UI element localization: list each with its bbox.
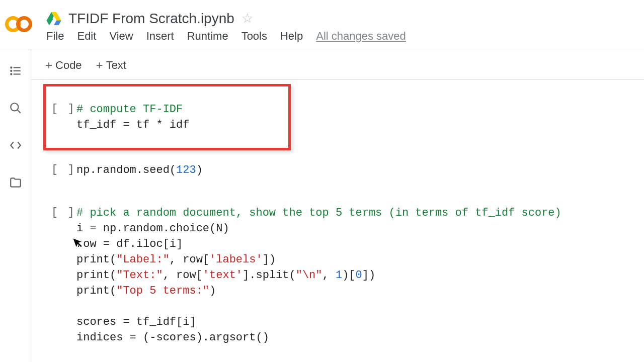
toc-icon[interactable] — [9, 64, 22, 77]
svg-point-12 — [11, 103, 18, 111]
header: TFIDF From Scratch.ipynb ☆ File Edit Vie… — [0, 0, 644, 49]
code-editor[interactable]: # pick a random document, show the top 5… — [76, 205, 561, 362]
star-icon[interactable]: ☆ — [242, 11, 253, 26]
svg-point-10 — [11, 70, 12, 71]
left-sidebar — [0, 49, 31, 362]
menu-tools[interactable]: Tools — [242, 30, 267, 43]
svg-point-11 — [11, 73, 12, 74]
code-cell[interactable]: [ ] # compute TF-IDF tf_idf = tf * idf — [43, 84, 291, 150]
menu-edit[interactable]: Edit — [77, 30, 96, 43]
menu-help[interactable]: Help — [280, 30, 303, 43]
menu-view[interactable]: View — [109, 30, 133, 43]
menu-file[interactable]: File — [46, 30, 64, 43]
plus-icon: + — [96, 58, 103, 72]
notebook-title[interactable]: TFIDF From Scratch.ipynb — [68, 11, 234, 27]
add-code-label: Code — [55, 59, 82, 72]
run-bracket[interactable]: [ ] — [51, 205, 76, 362]
code-editor[interactable]: np.random.seed(123) — [76, 162, 203, 178]
code-editor[interactable]: # compute TF-IDF tf_idf = tf * idf — [76, 102, 189, 133]
menu-insert[interactable]: Insert — [146, 30, 174, 43]
search-icon[interactable] — [9, 102, 22, 115]
cell-toolbar: + Code + Text — [31, 49, 644, 80]
main-menu: File Edit View Insert Runtime Tools Help… — [46, 30, 639, 43]
run-bracket[interactable]: [ ] — [51, 162, 76, 178]
menu-runtime[interactable]: Runtime — [187, 30, 228, 43]
svg-line-13 — [17, 110, 21, 113]
notebook-content: + Code + Text [ ] # compute TF-IDF tf_id… — [31, 49, 644, 362]
drive-icon — [46, 12, 61, 25]
plus-icon: + — [45, 58, 52, 72]
colab-logo — [5, 14, 33, 34]
save-status[interactable]: All changes saved — [316, 30, 406, 43]
add-text-label: Text — [106, 59, 126, 72]
svg-point-9 — [11, 67, 12, 68]
code-cell[interactable]: [ ] np.random.seed(123) — [43, 156, 644, 184]
files-icon[interactable] — [9, 176, 22, 189]
add-code-button[interactable]: + Code — [45, 58, 82, 72]
code-cell[interactable]: [ ] # pick a random document, show the t… — [43, 198, 644, 362]
add-text-button[interactable]: + Text — [96, 58, 126, 72]
snippets-icon[interactable] — [9, 139, 22, 152]
run-bracket[interactable]: [ ] — [51, 102, 76, 133]
